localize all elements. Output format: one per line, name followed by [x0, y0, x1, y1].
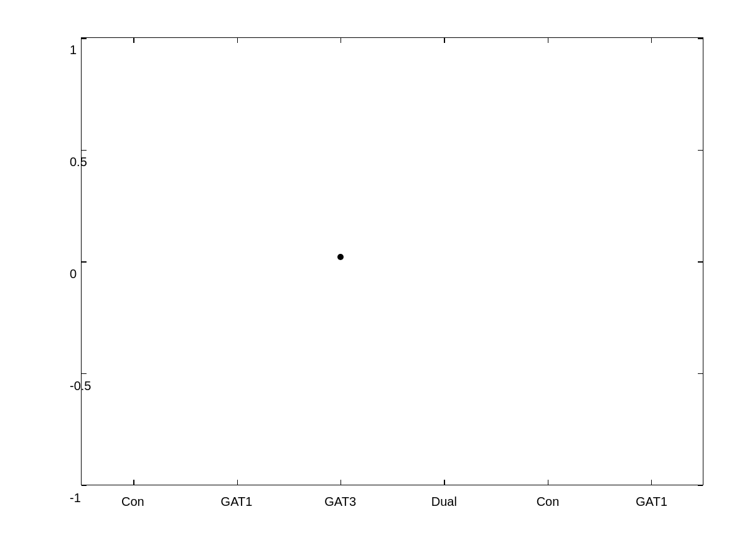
y-tick-label: 0.5: [70, 155, 72, 169]
plot-area: [81, 37, 703, 485]
y-tick-label: -1: [70, 491, 72, 505]
y-tick-label: -0.5: [70, 379, 72, 393]
y-tick-label: 0: [70, 267, 72, 281]
data-point: [337, 254, 344, 260]
x-tick-label: GAT3: [324, 495, 356, 509]
chart-container: 10.50-0.5-1ConGAT1GAT3DualConGAT1: [0, 0, 747, 560]
x-tick-label: GAT1: [221, 495, 253, 509]
chart-wrapper: 10.50-0.5-1ConGAT1GAT3DualConGAT1: [31, 25, 716, 535]
x-tick-label: Con: [537, 495, 560, 509]
x-tick-label: Con: [121, 495, 144, 509]
y-tick-label: 1: [70, 43, 72, 57]
x-tick-label: Dual: [431, 495, 457, 509]
x-tick-label: GAT1: [636, 495, 667, 509]
